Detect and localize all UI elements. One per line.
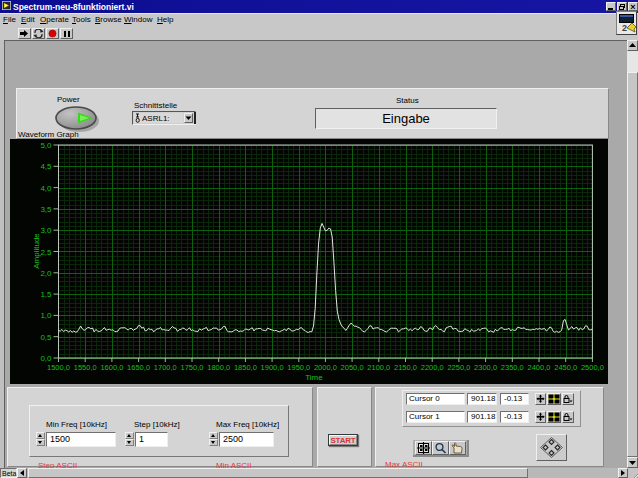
svg-text:4,0: 4,0 <box>40 184 52 193</box>
svg-text:0,0: 0,0 <box>40 354 52 363</box>
svg-text:2050,0: 2050,0 <box>341 363 364 372</box>
svg-text:2000,0: 2000,0 <box>314 363 337 372</box>
svg-text:4,5: 4,5 <box>40 162 52 171</box>
svg-text:0,5: 0,5 <box>40 333 52 342</box>
svg-text:1,5: 1,5 <box>40 290 52 299</box>
svg-text:2100,0: 2100,0 <box>367 363 390 372</box>
svg-text:Amplitude: Amplitude <box>32 233 41 269</box>
svg-text:2450,0: 2450,0 <box>554 363 577 372</box>
svg-text:1600,0: 1600,0 <box>100 363 123 372</box>
svg-text:1,0: 1,0 <box>40 311 52 320</box>
svg-text:2350,0: 2350,0 <box>501 363 524 372</box>
svg-text:2150,0: 2150,0 <box>394 363 417 372</box>
svg-text:2300,0: 2300,0 <box>474 363 497 372</box>
svg-text:3,5: 3,5 <box>40 205 52 214</box>
svg-text:Time: Time <box>305 373 323 382</box>
svg-text:1850,0: 1850,0 <box>234 363 257 372</box>
svg-text:3,0: 3,0 <box>40 226 52 235</box>
svg-text:1650,0: 1650,0 <box>127 363 150 372</box>
svg-text:1900,0: 1900,0 <box>261 363 284 372</box>
svg-text:2200,0: 2200,0 <box>421 363 444 372</box>
svg-text:2400,0: 2400,0 <box>528 363 551 372</box>
svg-text:2,5: 2,5 <box>40 248 52 257</box>
svg-text:1950,0: 1950,0 <box>287 363 310 372</box>
svg-text:1800,0: 1800,0 <box>207 363 230 372</box>
svg-text:2250,0: 2250,0 <box>447 363 470 372</box>
svg-text:1550,0: 1550,0 <box>74 363 97 372</box>
svg-text:1700,0: 1700,0 <box>154 363 177 372</box>
svg-text:1500,0: 1500,0 <box>47 363 70 372</box>
svg-text:2500,0: 2500,0 <box>581 363 604 372</box>
svg-text:2,0: 2,0 <box>40 269 52 278</box>
svg-text:1750,0: 1750,0 <box>181 363 204 372</box>
svg-text:5,0: 5,0 <box>40 141 52 150</box>
